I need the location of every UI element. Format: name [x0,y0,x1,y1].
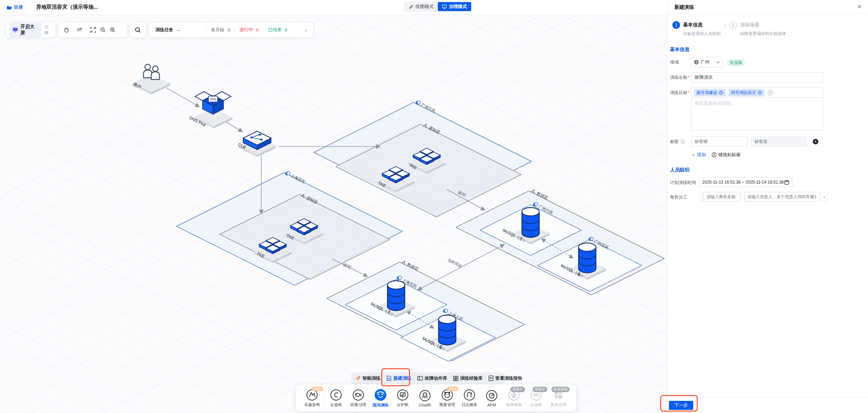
kv-pasteboard-link[interactable]: 键值粘贴板 [712,152,741,158]
info-icon [681,140,685,144]
escort-board-icon [396,389,409,401]
dock-item-chaos-drill[interactable]: 混沌演练 [369,388,392,408]
drill-name-row: 演练名称* [670,72,868,83]
drill-target-tags[interactable]: 高可用建设✕ 跨可用区容灾✕ [691,87,823,98]
gauge-icon [485,389,498,402]
dock-item-diagnosis[interactable]: 开发中 云诊断 [525,389,547,407]
drill-experience-library-button[interactable]: 演练经验库 [453,375,483,381]
beta-tag: 公测 [44,24,52,36]
svg-text:读/写: 读/写 [342,262,352,270]
divider [235,27,235,33]
close-icon[interactable]: ✕ [857,3,862,10]
dock-item-apm[interactable]: APM [481,389,503,407]
dock-item-inspection[interactable]: 云巡检 [325,389,347,407]
cocreate-badge: 欢迎共创 [551,387,570,392]
zoom-out-icon[interactable] [100,27,106,33]
region-select[interactable]: 广州 [691,57,722,67]
big-screen-icon [13,27,18,33]
task-value: -- [177,27,180,33]
new-drill-button[interactable]: 新建演练 [386,375,411,381]
panel-title: 新建演练 [668,0,868,14]
dock-item-health-board[interactable]: 开发中 健康看板 [503,389,525,407]
dock-item-capacity[interactable]: 容量治理 [347,389,369,407]
mysql-icon [387,281,405,311]
drill-time-range-picker[interactable]: 2025-11-13 16:51:38 ~ 2025-11-14 16:51:3… [699,177,793,187]
section-people: 人员组织 [670,167,868,173]
edge-users-dns [163,86,199,107]
view-drill-report-button[interactable]: 查看演练报告 [489,375,522,381]
dock-item-logs[interactable]: 日志服务 [458,389,481,407]
rotate-2d-icon[interactable]: 2D [76,27,83,33]
dock-item-architecture[interactable]: Beta 卓越架构 [301,389,323,407]
divider [206,27,206,33]
octopus-icon [419,389,431,402]
beta-badge: Beta [447,387,458,391]
search-card [130,22,146,37]
chevron-right-icon: › [724,23,726,28]
panel-footer: 下一步 [668,397,868,413]
zoom-in-icon[interactable] [109,27,116,33]
add-role-button[interactable]: ＋ [821,192,827,202]
dock-item-more-apps[interactable]: 欢迎共创 更多应用 [547,389,570,407]
remove-tag-icon[interactable]: ✕ [758,91,762,95]
app-window: DNS 广州六区 逻辑层 [0,0,868,413]
dock-item-escort[interactable]: 云护航 [392,389,414,407]
big-screen-card: 开启大屏 公测 [6,22,56,37]
horse-icon [463,389,476,401]
report-document-icon [489,376,493,381]
diagram-canvas[interactable]: DNS 广州六区 逻辑层 [0,0,667,413]
role-name-input[interactable] [703,192,741,202]
mysql-icon [439,315,456,345]
step-drill-scene[interactable]: 2 演练场景 故障场景编排和实例选择 [729,21,786,37]
layer-data-guangzhou[interactable] [456,191,664,295]
role-owner-input[interactable] [744,192,820,202]
calendar-icon [784,180,789,185]
step-indicator: 1 基本信息 目标背景和人员组织 › 2 演练场景 故障场景编排和实例选择 [668,14,868,42]
catalog-button[interactable]: 目录 [3,2,27,12]
dock-item-chatbi[interactable]: ChatBI [414,389,436,407]
pan-hand-icon[interactable] [63,27,69,33]
dock-item-plan-mgmt[interactable]: Beta 预案管理 [436,389,458,407]
delete-kv-icon[interactable]: ✕ [813,139,818,144]
target-description-textarea[interactable] [691,98,823,130]
users-icon[interactable] [144,64,159,79]
new-drill-panel: 新建演练 ✕ 1 基本信息 目标背景和人员组织 › 2 演练场景 故障场景编排和… [667,0,868,413]
drill-target-row: 演练目标* 高可用建设✕ 跨可用区容灾✕ [670,87,868,132]
status-running-count: 0 [256,27,259,33]
mysql-icon [522,208,539,237]
dns-pod-icon[interactable]: DNS [195,92,231,114]
step-basic-info[interactable]: 1 基本信息 目标背景和人员组织 [672,21,721,37]
add-kv-link[interactable]: ＋ 添加 [691,152,706,158]
role-drag-handle[interactable]: ∷ [699,192,703,201]
svg-text:2D: 2D [78,29,81,32]
svg-text:DNS: DNS [210,98,216,101]
remove-tag-icon[interactable]: ✕ [719,91,723,95]
status-notstarted-label: 未开始 [211,27,224,33]
status-running-label: 进行中 [239,27,253,33]
tag-value-input[interactable] [751,136,807,147]
collapse-chevron-icon[interactable]: ‹ [305,27,307,33]
grid-icon [453,376,458,381]
big-screen-button[interactable]: 开启大屏 [9,22,42,38]
fullscreen-icon[interactable] [90,27,96,33]
enterprise-badge: 企业版 [727,59,745,66]
drill-name-input[interactable] [691,72,823,83]
task-label: 演练任务 [155,27,173,33]
swan-icon [330,389,342,401]
globe-icon [694,60,699,65]
plan-time-row: 计划演练时间 2025-11-13 16:51:38 ~ 2025-11-14 … [670,177,868,187]
document-title: 异地双活容灾（演示等场... [36,4,98,10]
folder-icon [7,5,12,10]
tag-key-input[interactable] [691,136,747,147]
status-finished-label: 已结束 [268,27,281,33]
tag-cross-az-dr: 跨可用区容灾✕ [729,89,764,96]
next-step-button[interactable]: 下一步 [669,401,693,410]
search-icon[interactable] [135,27,141,33]
govern-mode-button[interactable]: 治理模式 [438,2,471,11]
draw-mode-button[interactable]: 绘图模式 [405,2,438,11]
fault-action-library-button[interactable]: 故障动作库 [417,375,447,381]
add-tag-icon[interactable] [768,90,773,95]
smart-drill-button[interactable]: 智能演练 [355,375,380,381]
beta-badge: Beta [312,387,323,391]
card-panel-icon [417,376,423,381]
